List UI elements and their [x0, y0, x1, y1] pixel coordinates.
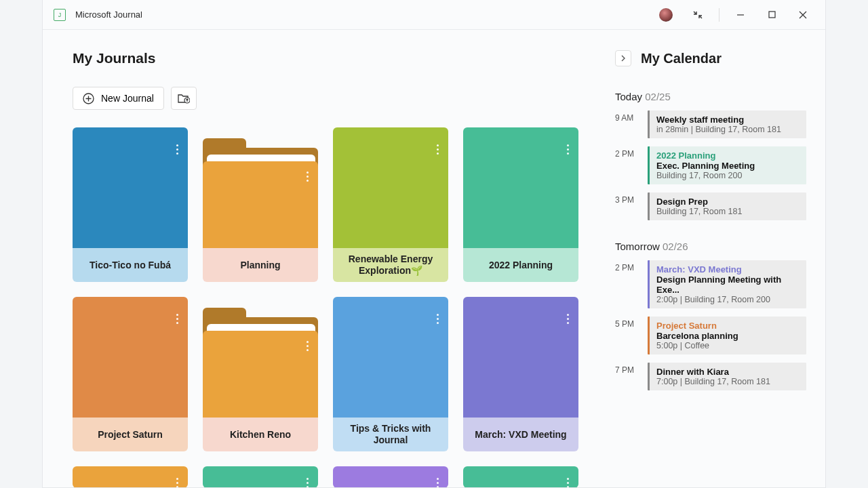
- card-title: Renewable Energy Exploration🌱: [333, 248, 448, 282]
- chevron-right-icon: [621, 55, 626, 62]
- card-menu-button[interactable]: [307, 169, 309, 184]
- journal-card[interactable]: Project Saturn: [73, 297, 188, 451]
- calendar-collapse-button[interactable]: [615, 50, 631, 66]
- avatar[interactable]: [659, 8, 673, 22]
- event-title: Dinner with Kiara: [656, 367, 800, 377]
- card-menu-button[interactable]: [176, 312, 178, 326]
- close-icon: [799, 11, 807, 19]
- day-heading: Tomorrow 02/26: [615, 241, 806, 252]
- card-menu-button[interactable]: [176, 142, 178, 157]
- event-card[interactable]: Dinner with Kiara7:00p | Building 17, Ro…: [648, 363, 806, 390]
- card-menu-button[interactable]: [567, 476, 569, 487]
- event-title: Design Prep: [656, 197, 800, 207]
- maximize-button[interactable]: [756, 5, 787, 25]
- event-title: Design Planning Meeting with Exe...: [656, 274, 800, 295]
- journal-card[interactable]: [463, 466, 578, 487]
- card-menu-button[interactable]: [437, 312, 439, 326]
- event-card[interactable]: Design PrepBuilding 17, Room 181: [648, 192, 806, 220]
- event-card[interactable]: March: VXD MeetingDesign Planning Meetin…: [648, 260, 806, 308]
- maximize-icon: [768, 11, 776, 18]
- card-menu-button[interactable]: [437, 476, 439, 487]
- card-title: Tips & Tricks with Journal: [333, 418, 448, 451]
- event-meta: 2:00p | Building 17, Room 200: [656, 295, 800, 304]
- minimize-icon: [736, 11, 745, 19]
- event-title: Barcelona planning: [656, 331, 800, 341]
- card-title: March: VXD Meeting: [463, 418, 578, 451]
- event-row: 2 PMMarch: VXD MeetingDesign Planning Me…: [615, 260, 806, 308]
- event-time: 3 PM: [615, 192, 648, 220]
- event-meta: Building 17, Room 200: [656, 171, 800, 180]
- journal-card[interactable]: [73, 466, 188, 487]
- compact-mode-button[interactable]: [682, 5, 713, 25]
- event-title: Weekly staff meeting: [656, 115, 800, 125]
- import-button[interactable]: [171, 87, 197, 110]
- event-row: 9 AMWeekly staff meetingin 28min | Build…: [615, 110, 806, 138]
- journal-card[interactable]: [333, 466, 448, 487]
- event-row: 2 PM2022 PlanningExec. Planning MeetingB…: [615, 146, 806, 184]
- event-row: 7 PMDinner with Kiara7:00p | Building 17…: [615, 363, 806, 390]
- event-time: 7 PM: [615, 363, 648, 390]
- journals-panel: My Journals New Journal Tico-Tico no Fub…: [43, 30, 615, 487]
- minimize-button[interactable]: [725, 5, 756, 25]
- journal-card[interactable]: Tico-Tico no Fubá: [73, 127, 188, 282]
- toolbar: New Journal: [73, 87, 601, 110]
- new-journal-label: New Journal: [101, 93, 154, 104]
- event-time: 9 AM: [615, 110, 648, 138]
- app-title: Microsoft Journal: [75, 9, 142, 20]
- event-meta: in 28min | Building 17, Room 181: [656, 125, 800, 134]
- event-journal-tag: March: VXD Meeting: [656, 264, 800, 274]
- card-cover: [333, 466, 448, 487]
- journals-grid: Tico-Tico no FubáPlanningRenewable Energ…: [73, 127, 601, 487]
- event-meta: 5:00p | Coffee: [656, 341, 800, 350]
- event-time: 2 PM: [615, 146, 648, 184]
- card-menu-button[interactable]: [567, 312, 569, 326]
- app-window: J Microsoft Journal My Journals New Jour…: [42, 0, 826, 488]
- event-card[interactable]: 2022 PlanningExec. Planning MeetingBuild…: [648, 146, 806, 184]
- card-menu-button[interactable]: [567, 142, 569, 157]
- card-menu-button[interactable]: [437, 142, 439, 157]
- calendar-panel: My Calendar Today 02/259 AMWeekly staff …: [615, 30, 825, 487]
- card-cover: [463, 466, 578, 487]
- card-title: 2022 Planning: [463, 248, 578, 282]
- new-journal-button[interactable]: New Journal: [73, 87, 164, 110]
- calendar-body: Today 02/259 AMWeekly staff meetingin 28…: [615, 91, 806, 411]
- event-meta: Building 17, Room 181: [656, 207, 800, 216]
- card-cover: [203, 466, 318, 487]
- card-title: Project Saturn: [73, 418, 188, 451]
- titlebar: J Microsoft Journal: [43, 0, 825, 30]
- event-time: 2 PM: [615, 260, 648, 308]
- event-meta: 7:00p | Building 17, Room 181: [656, 377, 800, 386]
- card-cover: [463, 127, 578, 248]
- content-area: My Journals New Journal Tico-Tico no Fub…: [43, 30, 825, 487]
- page-title: My Journals: [73, 50, 601, 66]
- card-cover: [73, 297, 188, 418]
- compact-icon: [693, 10, 703, 20]
- card-cover: [333, 127, 448, 248]
- journal-card[interactable]: March: VXD Meeting: [463, 297, 578, 451]
- journal-card[interactable]: Tips & Tricks with Journal: [333, 297, 448, 451]
- folder-graphic: [203, 297, 318, 418]
- event-card[interactable]: Project SaturnBarcelona planning5:00p | …: [648, 317, 806, 354]
- close-button[interactable]: [787, 5, 818, 25]
- card-cover: [333, 297, 448, 418]
- journal-card[interactable]: [203, 466, 318, 487]
- card-title: Kitchen Reno: [203, 418, 318, 451]
- card-menu-button[interactable]: [307, 339, 309, 353]
- event-journal-tag: 2022 Planning: [656, 150, 800, 161]
- card-menu-button[interactable]: [176, 476, 178, 487]
- plus-circle-icon: [83, 93, 94, 104]
- event-card[interactable]: Weekly staff meetingin 28min | Building …: [648, 110, 806, 138]
- calendar-title: My Calendar: [641, 51, 722, 66]
- card-menu-button[interactable]: [307, 476, 309, 487]
- day-heading: Today 02/25: [615, 91, 806, 102]
- journal-card[interactable]: Kitchen Reno: [203, 297, 318, 451]
- event-journal-tag: Project Saturn: [656, 321, 800, 331]
- journal-card[interactable]: Renewable Energy Exploration🌱: [333, 127, 448, 282]
- app-icon: J: [54, 9, 66, 21]
- card-cover: [73, 127, 188, 248]
- journal-card[interactable]: 2022 Planning: [463, 127, 578, 282]
- event-row: 3 PMDesign PrepBuilding 17, Room 181: [615, 192, 806, 220]
- journal-card[interactable]: Planning: [203, 127, 318, 282]
- event-title: Exec. Planning Meeting: [656, 161, 800, 171]
- svg-rect-1: [769, 12, 775, 18]
